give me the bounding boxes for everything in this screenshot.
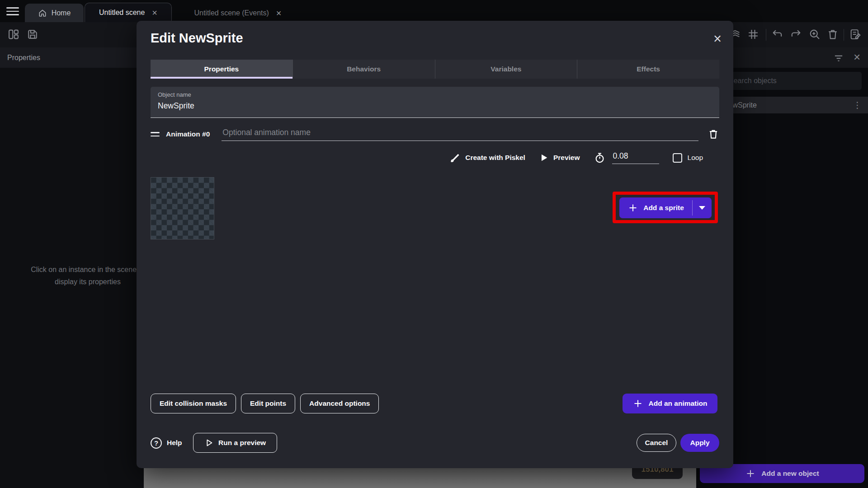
drag-handle-icon[interactable] [151, 132, 160, 136]
preview-button[interactable]: Preview [539, 153, 580, 163]
add-new-object-label: Add a new object [761, 469, 819, 478]
close-tab-icon[interactable]: × [152, 8, 157, 17]
top-bar: Home Untitled scene × Untitled scene (Ev… [0, 0, 868, 22]
gdevelop-app: 1510,801 Home Untitled scene × Untitled … [0, 0, 868, 488]
edit-object-dialog: Edit NewSprite × Properties Behaviors Va… [137, 21, 733, 468]
undo-icon[interactable] [771, 28, 784, 41]
tab-untitled-scene-events[interactable]: Untitled scene (Events) × [175, 4, 300, 22]
properties-panel-title: Properties [0, 47, 144, 68]
events-sheet-icon[interactable] [849, 28, 862, 41]
object-name-field[interactable]: Object name NewSprite [151, 87, 719, 118]
brush-icon [449, 152, 461, 164]
object-name-field-label: Object name [158, 91, 712, 98]
properties-panel: Properties Click on an instance in the s… [0, 47, 144, 488]
home-icon [38, 9, 47, 18]
tab-home-label: Home [52, 9, 71, 17]
toolbar-divider [766, 29, 766, 41]
apply-button[interactable]: Apply [680, 434, 719, 452]
trash-icon[interactable] [826, 28, 839, 41]
tab-untitled-scene[interactable]: Untitled scene × [85, 3, 172, 22]
play-outline-icon [204, 438, 214, 448]
add-a-sprite-label: Add a sprite [643, 204, 684, 212]
create-with-piskel-button[interactable]: Create with Piskel [449, 152, 525, 164]
search-objects-input[interactable] [722, 72, 862, 90]
frame-duration-input[interactable] [612, 151, 659, 164]
animation-index-label: Animation #0 [166, 130, 210, 138]
dialog-title: Edit NewSprite [151, 31, 243, 46]
plus-icon [627, 202, 638, 213]
edit-collision-masks-button[interactable]: Edit collision masks [151, 394, 236, 413]
chevron-down-icon [699, 206, 705, 210]
delete-animation-icon[interactable] [708, 128, 719, 140]
loop-checkbox[interactable] [673, 153, 682, 163]
play-icon [539, 153, 549, 163]
filter-icon[interactable] [833, 52, 844, 64]
help-label: Help [167, 439, 182, 447]
loop-label: Loop [688, 154, 703, 162]
animation-row: Animation #0 [151, 127, 719, 141]
preview-label: Preview [553, 154, 580, 162]
tab-behaviors-label: Behaviors [347, 65, 381, 73]
close-panel-icon[interactable]: × [854, 50, 860, 64]
selected-tab-underline [151, 77, 292, 79]
redo-icon[interactable] [789, 28, 802, 41]
tab-behaviors[interactable]: Behaviors [292, 60, 435, 79]
tab-properties[interactable]: Properties [151, 60, 292, 79]
dialog-footer: ? Help Run a preview Cancel Apply [151, 433, 719, 453]
edit-points-button[interactable]: Edit points [241, 394, 295, 413]
stopwatch-icon [594, 152, 606, 164]
tab-effects[interactable]: Effects [577, 60, 719, 79]
add-a-sprite-button[interactable]: Add a sprite [619, 197, 712, 218]
toolbar-divider [844, 29, 844, 41]
create-with-piskel-label: Create with Piskel [465, 154, 525, 162]
add-an-animation-label: Add an animation [648, 399, 707, 408]
sprite-frame-thumbnail[interactable] [151, 177, 214, 239]
cancel-button[interactable]: Cancel [637, 434, 676, 452]
tab-home[interactable]: Home [25, 4, 84, 22]
tab-variables-label: Variables [491, 65, 521, 73]
zoom-in-icon[interactable] [808, 28, 821, 41]
object-name-field-value: NewSprite [158, 101, 712, 111]
advanced-options-button[interactable]: Advanced options [300, 394, 379, 413]
menu-icon[interactable] [6, 7, 19, 15]
add-an-animation-button[interactable]: Add an animation [623, 394, 717, 413]
dialog-tabs: Properties Behaviors Variables Effects [151, 60, 719, 79]
run-a-preview-button[interactable]: Run a preview [193, 433, 277, 453]
tab-variables[interactable]: Variables [435, 60, 577, 79]
dialog-actions-row: Edit collision masks Edit points Advance… [151, 394, 719, 413]
tab-effects-label: Effects [637, 65, 660, 73]
run-a-preview-label: Run a preview [218, 439, 266, 447]
kebab-menu-icon[interactable]: ⋮ [853, 100, 862, 110]
tab-untitled-scene-events-label: Untitled scene (Events) [194, 9, 269, 17]
tab-properties-label: Properties [204, 65, 239, 73]
plus-icon [632, 398, 643, 409]
help-icon: ? [151, 437, 162, 449]
help-button[interactable]: ? Help [151, 437, 182, 449]
animation-name-input[interactable] [222, 128, 698, 141]
animation-toolbar: Create with Piskel Preview Loop [151, 149, 719, 166]
close-dialog-icon[interactable]: × [713, 32, 722, 46]
close-tab-icon[interactable]: × [276, 9, 282, 18]
save-icon[interactable] [26, 28, 39, 41]
plus-icon [745, 468, 756, 479]
grid-icon[interactable] [747, 28, 760, 41]
add-sprite-dropdown[interactable] [693, 197, 712, 218]
add-a-sprite-main[interactable]: Add a sprite [619, 197, 692, 218]
panels-layout-icon[interactable] [7, 28, 20, 41]
tab-untitled-scene-label: Untitled scene [99, 9, 145, 17]
